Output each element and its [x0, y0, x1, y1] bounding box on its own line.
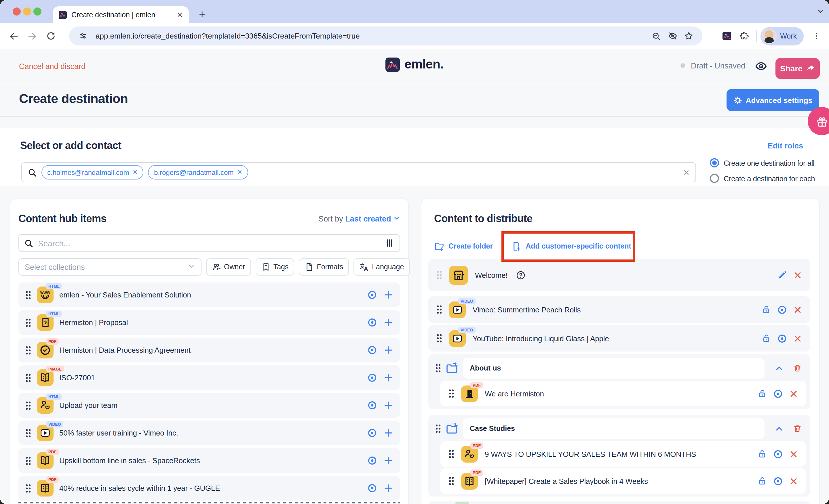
- drag-handle-icon[interactable]: [25, 290, 31, 300]
- filter-sliders-icon[interactable]: [385, 238, 394, 248]
- edit-roles-link[interactable]: Edit roles: [768, 142, 803, 150]
- clear-contacts-icon[interactable]: ✕: [683, 168, 690, 177]
- hub-item-row[interactable]: WWWHTML emlen - Your Sales Enablement So…: [19, 282, 400, 307]
- reload-icon[interactable]: [41, 27, 60, 45]
- browser-tab[interactable]: Create destination | emlen: [53, 6, 189, 23]
- drag-handle-icon[interactable]: [436, 334, 442, 343]
- preview-target-icon[interactable]: [367, 400, 377, 410]
- lock-open-icon[interactable]: [758, 476, 767, 486]
- radio-selected-icon[interactable]: [710, 158, 719, 167]
- contact-chip[interactable]: c.holmes@randatmail.com✕: [41, 165, 144, 180]
- folder-header[interactable]: Case Studies: [432, 418, 806, 439]
- filter-button-formats[interactable]: Formats: [299, 258, 349, 276]
- add-item-icon[interactable]: [384, 318, 393, 327]
- preview-target-icon[interactable]: [367, 373, 377, 383]
- drag-handle-icon[interactable]: [25, 373, 31, 382]
- drag-handle-icon[interactable]: [448, 389, 454, 398]
- add-item-icon[interactable]: [384, 290, 393, 300]
- folder-title[interactable]: Case Studies: [463, 418, 764, 439]
- folder-title[interactable]: About us: [463, 358, 764, 379]
- distribute-item-row[interactable]: PDF 9 WAYS TO UPSKILL YOUR SALES TEAM WI…: [440, 441, 806, 467]
- lock-open-icon[interactable]: [758, 449, 767, 459]
- sort-value[interactable]: Last created: [345, 214, 391, 223]
- browser-profile-chip[interactable]: Work: [760, 27, 804, 45]
- add-item-icon[interactable]: [384, 428, 393, 438]
- delete-folder-trash-icon[interactable]: [793, 424, 802, 433]
- sort-by[interactable]: Sort by Last created: [318, 214, 400, 223]
- eye-off-icon[interactable]: [664, 28, 681, 44]
- remove-icon[interactable]: [793, 305, 802, 314]
- drag-handle-icon[interactable]: [448, 449, 454, 459]
- browser-menu-icon[interactable]: [807, 27, 826, 45]
- preview-eye-icon[interactable]: [755, 60, 767, 75]
- drag-handle-icon[interactable]: [25, 318, 31, 327]
- delete-folder-trash-icon[interactable]: [793, 363, 802, 373]
- drag-handle-icon[interactable]: [25, 346, 31, 355]
- add-item-icon[interactable]: [384, 373, 393, 383]
- distribute-item-row[interactable]: PDF We are Hermiston: [440, 381, 806, 406]
- close-tab-icon[interactable]: [177, 11, 183, 18]
- preview-target-icon[interactable]: [773, 476, 783, 486]
- help-icon[interactable]: [516, 270, 526, 280]
- filter-button-owner[interactable]: Owner: [206, 258, 251, 276]
- add-item-icon[interactable]: [384, 400, 393, 410]
- distribute-item-row[interactable]: PDF [Whitepaper] Create a Sales Playbook…: [440, 468, 806, 494]
- advanced-settings-button[interactable]: Advanced settings: [727, 89, 819, 111]
- edit-pencil-icon[interactable]: [778, 270, 787, 280]
- remove-icon[interactable]: [793, 271, 802, 279]
- remove-icon[interactable]: [789, 450, 798, 458]
- drag-handle-icon[interactable]: [435, 363, 441, 373]
- hub-item-row[interactable]: HTML Upload your team: [19, 393, 400, 418]
- contact-search-input[interactable]: c.holmes@randatmail.com✕b.rogers@randatm…: [21, 162, 696, 182]
- add-item-icon[interactable]: [384, 483, 393, 493]
- hub-item-row[interactable]: IMAGE ISO-27001: [19, 365, 400, 390]
- bookmark-star-icon[interactable]: [681, 28, 696, 44]
- back-icon[interactable]: [5, 27, 23, 45]
- collapse-chevron-icon[interactable]: [775, 364, 784, 373]
- preview-target-icon[interactable]: [777, 305, 787, 314]
- drag-handle-icon[interactable]: [25, 401, 31, 410]
- add-item-icon[interactable]: [384, 456, 393, 465]
- remove-icon[interactable]: [793, 334, 802, 343]
- drag-handle-icon[interactable]: [25, 483, 31, 493]
- new-tab-button[interactable]: +: [196, 8, 208, 21]
- preview-target-icon[interactable]: [367, 318, 377, 327]
- address-bar[interactable]: app.emlen.io/create_destination?template…: [69, 27, 702, 45]
- close-window-button[interactable]: [13, 7, 21, 15]
- forward-icon[interactable]: [23, 27, 41, 45]
- add-item-icon[interactable]: [384, 345, 393, 355]
- radio-option[interactable]: Create a destination for each: [710, 174, 815, 183]
- cancel-and-discard-link[interactable]: Cancel and discard: [19, 62, 85, 71]
- extensions-puzzle-icon[interactable]: [734, 27, 753, 45]
- share-button[interactable]: Share: [776, 58, 820, 79]
- filter-button-tags[interactable]: Tags: [256, 258, 294, 276]
- remove-chip-icon[interactable]: ✕: [237, 168, 242, 176]
- hub-item-row[interactable]: PDF Hermiston | Data Processing Agreemen…: [19, 338, 400, 362]
- drag-handle-icon[interactable]: [435, 424, 441, 433]
- preview-target-icon[interactable]: [773, 389, 783, 398]
- preview-target-icon[interactable]: [367, 483, 377, 493]
- maximize-window-button[interactable]: [33, 7, 41, 15]
- minimize-window-button[interactable]: [23, 7, 31, 15]
- drag-handle-icon[interactable]: [25, 456, 31, 465]
- radio-option[interactable]: Create one destination for all: [710, 158, 815, 167]
- emlen-extension-icon[interactable]: [722, 32, 731, 40]
- preview-target-icon[interactable]: [367, 345, 377, 355]
- lock-open-icon[interactable]: [762, 305, 771, 314]
- welcome-row[interactable]: Welcome!: [428, 259, 810, 291]
- contact-chip[interactable]: b.rogers@randatmail.com✕: [148, 165, 248, 180]
- collections-select[interactable]: Select collections: [19, 258, 202, 276]
- collapse-chevron-icon[interactable]: [775, 424, 784, 433]
- site-settings-icon[interactable]: [75, 28, 91, 44]
- drag-handle-icon[interactable]: [436, 305, 442, 314]
- preview-target-icon[interactable]: [367, 290, 377, 300]
- distribute-item-row[interactable]: VIDEO Vimeo: Summertime Peach Rolls: [428, 296, 810, 323]
- preview-target-icon[interactable]: [367, 456, 377, 465]
- drag-handle-icon[interactable]: [25, 428, 31, 437]
- folder-header[interactable]: About us: [432, 357, 806, 379]
- radio-unselected-icon[interactable]: [710, 174, 719, 183]
- tab-search-chevron-icon[interactable]: [817, 7, 824, 17]
- remove-icon[interactable]: [789, 477, 798, 485]
- zoom-out-icon[interactable]: [648, 28, 664, 44]
- lock-open-icon[interactable]: [762, 334, 771, 343]
